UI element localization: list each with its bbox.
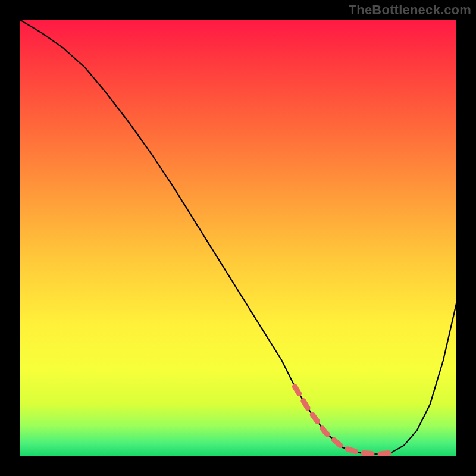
plot-area [20, 20, 456, 456]
chart-frame: TheBottleneck.com [0, 0, 476, 476]
watermark-text: TheBottleneck.com [349, 2, 471, 18]
bottleneck-curve [20, 20, 456, 454]
chart-svg [20, 20, 456, 456]
optimal-range-highlight [295, 387, 390, 455]
